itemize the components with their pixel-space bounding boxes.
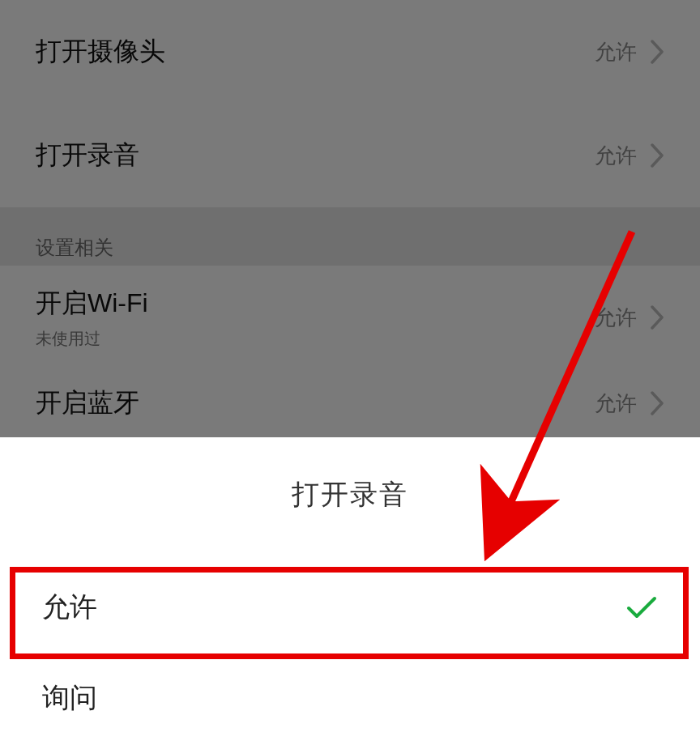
settings-row-bluetooth[interactable]: 开启蓝牙 允许: [0, 369, 700, 437]
settings-row-label: 开启Wi-Fi: [36, 286, 148, 321]
settings-row-wifi[interactable]: 开启Wi-Fi 未使用过 允许: [0, 266, 700, 369]
section-header: 设置相关: [0, 207, 700, 266]
sheet-option-allow[interactable]: 允许: [0, 562, 700, 653]
chevron-right-icon: [650, 40, 664, 64]
settings-row-value: 允许: [595, 38, 637, 66]
settings-row-label: 打开摄像头: [36, 34, 165, 70]
settings-row-value: 允许: [595, 304, 637, 332]
chevron-right-icon: [650, 305, 664, 330]
action-sheet: 打开录音 允许 询问: [0, 437, 700, 745]
settings-row-value: 允许: [595, 142, 637, 170]
chevron-right-icon: [650, 391, 664, 415]
chevron-right-icon: [650, 143, 664, 168]
dimmed-settings-background: 打开摄像头 允许 打开录音 允许 设置相关 开启Wi-Fi 未使用过 允许 开启…: [0, 0, 700, 437]
sheet-option-label: 允许: [42, 589, 97, 626]
settings-row-camera[interactable]: 打开摄像头 允许: [0, 0, 700, 104]
sheet-option-ask[interactable]: 询问: [0, 653, 700, 743]
settings-row-label: 打开录音: [36, 138, 139, 173]
settings-row-label: 开启蓝牙: [36, 385, 139, 421]
sheet-title: 打开录音: [0, 437, 700, 562]
section-header-label: 设置相关: [36, 236, 113, 258]
check-icon: [625, 595, 658, 619]
settings-row-record[interactable]: 打开录音 允许: [0, 104, 700, 207]
settings-row-subtext: 未使用过: [36, 328, 148, 350]
sheet-option-label: 询问: [42, 679, 97, 717]
settings-row-value: 允许: [595, 390, 637, 418]
